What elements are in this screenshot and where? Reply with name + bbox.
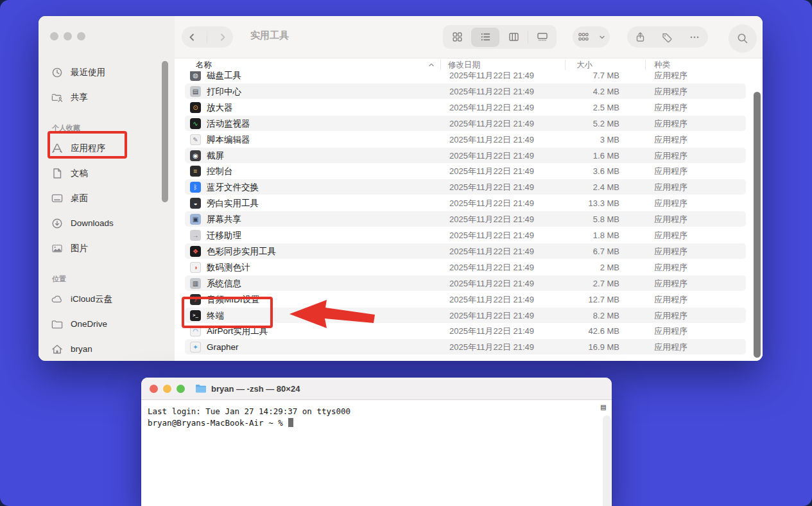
sidebar-item-shared[interactable]: 共享: [39, 85, 175, 110]
page-indicator-icon[interactable]: ▤: [599, 403, 608, 412]
file-size: 5.8 MB: [521, 211, 619, 227]
file-row-screen-sharing[interactable]: ▣屏幕共享2025年11月22日 21:495.8 MB应用程序: [175, 211, 763, 227]
column-divider[interactable]: [440, 60, 441, 70]
terminal-title: bryan — -zsh — 80×24: [195, 384, 300, 394]
finder-toolbar: 实用工具: [175, 16, 763, 58]
file-size: 8.2 MB: [521, 308, 619, 324]
clock-icon: [51, 67, 63, 78]
sidebar-item-onedrive[interactable]: OneDrive: [39, 311, 175, 336]
file-row-screenshot[interactable]: ◉截屏2025年11月22日 21:491.6 MB应用程序: [175, 148, 763, 164]
sidebar-item-home[interactable]: bryan: [39, 336, 175, 362]
zoom-button[interactable]: [177, 385, 185, 393]
shared-folder-icon: [51, 92, 63, 103]
terminal-content[interactable]: Last login: Tue Jan 27 14:29:37 on ttys0…: [141, 400, 612, 506]
activity-monitor-icon: ∿: [190, 118, 201, 129]
file-row-magnifier[interactable]: ⊙放大器2025年11月22日 21:492.5 MB应用程序: [175, 100, 763, 116]
file-row-colorsync-utility[interactable]: ❖色彩同步实用工具2025年11月22日 21:496.7 MB应用程序: [175, 243, 763, 259]
file-kind: 应用程序: [654, 275, 687, 292]
search-button[interactable]: [729, 24, 757, 53]
file-row-migration-assistant[interactable]: →迁移助理2025年11月22日 21:491.8 MB应用程序: [175, 227, 763, 243]
file-size: 2.7 MB: [521, 275, 619, 292]
sidebar-item-recents[interactable]: 最近使用: [39, 60, 175, 85]
list-header: 名称 修改日期 大小 种类: [175, 58, 763, 71]
column-header-name[interactable]: 名称: [196, 58, 212, 71]
back-button[interactable]: [187, 32, 197, 42]
screenshot-frame: 最近使用共享个人收藏应用程序文稿桌面Downloads图片位置iCloud云盘O…: [0, 0, 812, 506]
column-header-date[interactable]: 修改日期: [448, 58, 480, 71]
gallery-view-button[interactable]: [528, 28, 557, 47]
folder-icon: [195, 384, 207, 393]
file-size: 6.7 MB: [521, 243, 619, 259]
digital-color-meter-icon: ◑: [190, 262, 201, 273]
window-title: 实用工具: [250, 30, 289, 42]
cloud-icon: [51, 293, 63, 305]
terminal-scrollbar[interactable]: [603, 415, 611, 506]
disk-utility-icon: ◍: [190, 71, 201, 81]
file-kind: 应用程序: [654, 211, 687, 227]
file-name: 放大器: [207, 100, 233, 116]
file-size: 3 MB: [521, 132, 619, 148]
file-row-system-information[interactable]: ▥系统信息2025年11月22日 21:492.7 MB应用程序: [175, 275, 763, 292]
colorsync-icon: ❖: [190, 246, 201, 257]
file-size: 16.9 MB: [521, 339, 619, 355]
file-size: 7.7 MB: [521, 71, 619, 83]
sidebar-item-label: bryan: [71, 344, 92, 354]
voiceover-icon: ◒: [190, 198, 201, 209]
desktop-icon: [51, 193, 63, 204]
more-button[interactable]: [689, 31, 700, 43]
view-mode-group: [443, 25, 557, 49]
file-row-disk-utility[interactable]: ◍磁盘工具2025年11月22日 21:497.7 MB应用程序: [175, 71, 763, 83]
close-button[interactable]: [150, 385, 158, 393]
file-row-bluetooth-file-exchange[interactable]: ᛒ蓝牙文件交换2025年11月22日 21:492.4 MB应用程序: [175, 179, 763, 195]
close-button[interactable]: [50, 32, 58, 40]
sidebar-item-label: 图片: [71, 243, 88, 254]
file-row-digital-color-meter[interactable]: ◑数码测色计2025年11月22日 21:492 MB应用程序: [175, 259, 763, 275]
file-name: 系统信息: [207, 275, 241, 292]
sidebar-item-label: 文稿: [71, 168, 88, 179]
column-view-button[interactable]: [499, 28, 528, 47]
sidebar-item-label: 最近使用: [71, 67, 105, 78]
minimize-button[interactable]: [64, 32, 72, 40]
file-name: 数码测色计: [207, 259, 250, 275]
minimize-button[interactable]: [163, 385, 171, 393]
sidebar-item-documents[interactable]: 文稿: [39, 161, 175, 186]
sidebar-item-label: iCloud云盘: [71, 293, 112, 305]
file-row-script-editor[interactable]: ✎脚本编辑器2025年11月22日 21:493 MB应用程序: [175, 132, 763, 148]
file-name: 蓝牙文件交换: [207, 179, 259, 195]
file-size: 1.8 MB: [521, 227, 619, 243]
file-kind: 应用程序: [654, 292, 687, 308]
terminal-line: Last login: Tue Jan 27 14:29:37 on ttys0…: [148, 406, 612, 417]
column-header-size[interactable]: 大小: [576, 58, 592, 71]
icon-view-button[interactable]: [443, 28, 471, 47]
file-size: 42.6 MB: [521, 323, 619, 339]
file-kind: 应用程序: [654, 195, 687, 211]
tag-button[interactable]: [661, 31, 673, 43]
file-size: 12.7 MB: [521, 292, 619, 308]
file-row-print-center[interactable]: ▤打印中心2025年11月22日 21:494.2 MB应用程序: [175, 83, 763, 100]
sidebar-scrollbar[interactable]: [162, 61, 168, 202]
sidebar-item-desktop[interactable]: 桌面: [39, 186, 175, 211]
magnifier-icon: ⊙: [190, 102, 201, 113]
column-divider[interactable]: [645, 60, 646, 70]
share-button[interactable]: [635, 31, 646, 43]
column-divider[interactable]: [565, 60, 566, 70]
list-view-button[interactable]: [471, 28, 499, 47]
sidebar-item-downloads[interactable]: Downloads: [39, 211, 175, 236]
sidebar-list: 最近使用共享个人收藏应用程序文稿桌面Downloads图片位置iCloud云盘O…: [39, 60, 175, 362]
file-row-grapher[interactable]: ✦Grapher2025年11月22日 21:4916.9 MB应用程序: [175, 339, 763, 355]
sidebar-item-label: 共享: [71, 92, 88, 103]
sidebar-item-pictures[interactable]: 图片: [39, 236, 175, 261]
file-row-voiceover-utility[interactable]: ◒旁白实用工具2025年11月22日 21:4913.3 MB应用程序: [175, 195, 763, 211]
sidebar-item-icloud[interactable]: iCloud云盘: [39, 286, 175, 311]
forward-button[interactable]: [218, 32, 228, 42]
file-row-activity-monitor[interactable]: ∿活动监视器2025年11月22日 21:495.2 MB应用程序: [175, 116, 763, 132]
file-name: 打印中心: [207, 83, 241, 100]
file-name: 控制台: [207, 163, 233, 179]
zoom-button[interactable]: [77, 32, 85, 40]
file-size: 2.5 MB: [521, 100, 619, 116]
column-header-kind[interactable]: 种类: [654, 58, 670, 71]
file-size: 2.4 MB: [521, 179, 619, 195]
grapher-icon: ✦: [190, 342, 201, 353]
file-row-console[interactable]: ≡控制台2025年11月22日 21:493.6 MB应用程序: [175, 163, 763, 179]
group-by-button[interactable]: [573, 26, 610, 48]
